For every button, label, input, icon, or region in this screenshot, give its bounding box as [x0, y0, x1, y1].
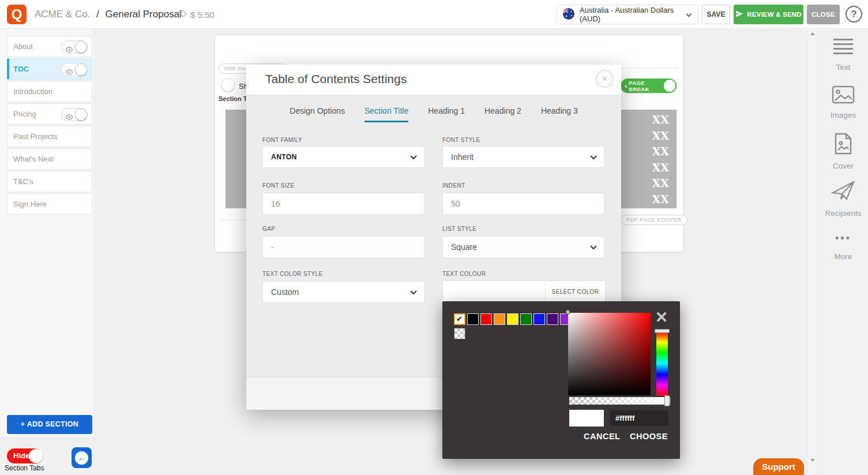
picker-preview-swatch: [569, 410, 604, 427]
visibility-toggle[interactable]: [61, 63, 88, 76]
swatch-black[interactable]: [467, 313, 479, 325]
gap-label: GAP: [262, 226, 275, 232]
price-value: $ 5.50: [190, 10, 215, 20]
hue-slider-handle[interactable]: [655, 329, 670, 333]
close-button[interactable]: CLOSE: [807, 5, 840, 24]
swatch-orange[interactable]: [494, 313, 505, 325]
breadcrumb-document-title[interactable]: General Proposal: [106, 9, 182, 20]
hide-section-tabs-toggle[interactable]: Hide: [7, 448, 42, 463]
modal-title: Table of Contents Settings: [265, 72, 407, 86]
image-icon: [832, 96, 855, 106]
toggle-knob[interactable]: [75, 109, 87, 121]
text-color-style-value: Custom: [271, 287, 299, 297]
swatch-yellow[interactable]: [507, 313, 518, 325]
sidebar-item-whats-next[interactable]: What's Next: [7, 148, 92, 170]
show-toggle[interactable]: [221, 78, 235, 92]
tab-heading-1[interactable]: Heading 1: [428, 106, 465, 122]
sidebar-item-sign-here[interactable]: Sign Here: [7, 193, 92, 215]
sidebar-item-tcs[interactable]: T&C's: [7, 171, 92, 192]
swatch-green[interactable]: [520, 313, 532, 325]
toolbar-item-label: Images: [818, 111, 868, 119]
swatch-indigo[interactable]: [547, 313, 558, 325]
modal-close-button[interactable]: ✕: [596, 70, 614, 88]
font-size-field[interactable]: [262, 193, 424, 215]
toolbar-item-images[interactable]: Images: [818, 85, 868, 119]
currency-label: Australia - Australian Dollars (AUD): [580, 6, 681, 23]
help-button[interactable]: ?: [846, 6, 862, 23]
gap-field[interactable]: [262, 236, 424, 258]
sidebar-item-past-projects[interactable]: Past Projects: [7, 126, 92, 147]
sidebar-item-label: T&C's: [13, 177, 33, 186]
swatch-blue[interactable]: [533, 313, 545, 325]
pdf-page-footer-pill: PDF PAGE FOOTER: [621, 215, 687, 225]
tab-section-title[interactable]: Section Title: [365, 106, 408, 122]
chevron-down-icon: [590, 242, 597, 252]
visibility-toggle[interactable]: [61, 108, 88, 121]
picker-choose-button[interactable]: CHOOSE: [630, 432, 668, 441]
sidebar-item-introduction[interactable]: Introduction: [7, 81, 92, 102]
toolbar-item-text[interactable]: Text: [818, 38, 868, 72]
section-tabs-caption: Section Tabs: [5, 464, 44, 472]
alpha-slider-handle[interactable]: [664, 395, 670, 406]
toggle-knob[interactable]: [75, 63, 87, 76]
sidebar-item-toc[interactable]: TOC: [7, 58, 92, 80]
toggle-knob[interactable]: [75, 41, 87, 53]
toolbar-item-label: Cover: [818, 162, 868, 170]
sidebar-item-label: TOC: [13, 65, 29, 73]
text-color-style-select[interactable]: Custom: [262, 281, 424, 303]
visibility-toggle[interactable]: [61, 40, 88, 54]
tab-design-options[interactable]: Design Options: [290, 106, 345, 122]
sidebar-item-about[interactable]: About: [7, 36, 92, 57]
tab-heading-3[interactable]: Heading 3: [541, 106, 578, 122]
gap-input[interactable]: [271, 242, 417, 252]
alpha-slider[interactable]: [569, 397, 670, 405]
current-colour-swatch[interactable]: [443, 281, 546, 303]
toolbar-item-recipients[interactable]: Recipients: [818, 180, 868, 218]
swatch-white[interactable]: [454, 313, 465, 325]
indent-input[interactable]: [451, 199, 597, 208]
clear-color-icon[interactable]: ✕: [653, 309, 670, 326]
modal-tabs: Design Options Section Title Heading 1 H…: [246, 106, 621, 122]
app-logo[interactable]: Q: [7, 5, 27, 24]
hue-slider[interactable]: [656, 331, 668, 396]
save-button[interactable]: SAVE: [702, 5, 730, 24]
breadcrumb-separator: /: [96, 9, 99, 20]
toolbar-item-cover[interactable]: Cover: [818, 133, 868, 170]
swatch-red[interactable]: [480, 313, 492, 325]
font-style-label: FONT STYLE: [442, 137, 480, 143]
sidebar-item-label: Sign Here: [13, 200, 47, 208]
hex-input[interactable]: [610, 410, 668, 426]
saturation-cursor[interactable]: [565, 309, 570, 315]
indent-field[interactable]: [442, 193, 604, 215]
toolbar-item-more[interactable]: ••• More: [818, 232, 868, 261]
font-family-value: ANTON: [271, 153, 297, 161]
review-send-button[interactable]: REVIEW & SEND: [734, 5, 803, 24]
sidebar-item-label: Past Projects: [13, 132, 58, 141]
vertical-scrollbar[interactable]: [807, 29, 817, 475]
paper-plane-outline-icon: [831, 194, 855, 204]
breadcrumb-company[interactable]: ACME & Co.: [35, 9, 90, 20]
scroll-down-arrow[interactable]: [810, 459, 815, 462]
page-break-label: PAGE BREAK: [629, 80, 664, 92]
font-family-select[interactable]: ANTON: [262, 146, 424, 168]
select-color-button[interactable]: SELECT COLOR: [546, 281, 605, 303]
tab-heading-2[interactable]: Heading 2: [484, 106, 521, 122]
swatch-transparent[interactable]: [454, 328, 465, 339]
list-style-select[interactable]: Square: [442, 236, 604, 258]
page-break-control[interactable]: ‹ PAGE BREAK: [621, 78, 677, 93]
toggle-knob[interactable]: [29, 449, 43, 463]
page-break-knob[interactable]: [664, 80, 675, 92]
font-family-label: FONT FAMILY: [262, 137, 302, 143]
font-size-input[interactable]: [271, 199, 417, 208]
section-sidebar: About TOC Introduction Pricing Past Proj…: [0, 29, 93, 437]
picker-cancel-button[interactable]: CANCEL: [584, 432, 620, 441]
add-section-button[interactable]: + ADD SECTION: [7, 415, 92, 434]
saturation-square[interactable]: [568, 313, 651, 395]
collapse-sidebar-button[interactable]: ←: [72, 447, 92, 468]
font-style-select[interactable]: Inherit: [442, 146, 604, 168]
scroll-up-arrow[interactable]: [810, 32, 815, 35]
support-button[interactable]: Support: [753, 458, 804, 475]
currency-selector[interactable]: Australia - Australian Dollars (AUD): [557, 5, 698, 24]
sidebar-item-pricing[interactable]: Pricing: [7, 103, 92, 125]
chevron-left-icon: ‹: [625, 81, 627, 90]
